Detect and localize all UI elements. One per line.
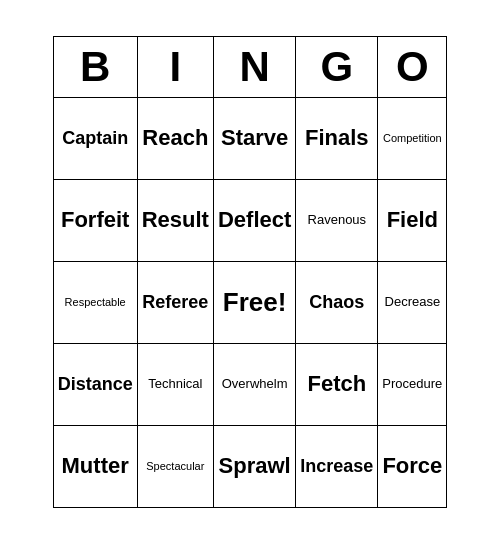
cell-text: Decrease (385, 294, 441, 309)
bingo-cell: Chaos (296, 262, 378, 344)
table-row: DistanceTechnicalOverwhelmFetchProcedure (53, 344, 447, 426)
bingo-cell: Result (137, 180, 213, 262)
table-row: CaptainReachStarveFinalsCompetition (53, 98, 447, 180)
bingo-cell: Technical (137, 344, 213, 426)
cell-text: Sprawl (219, 453, 291, 478)
bingo-cell: Competition (378, 98, 447, 180)
cell-text: Mutter (62, 453, 129, 478)
header-letter-g: G (296, 37, 378, 98)
cell-text: Overwhelm (222, 376, 288, 391)
bingo-cell: Field (378, 180, 447, 262)
bingo-cell: Force (378, 426, 447, 508)
bingo-cell: Procedure (378, 344, 447, 426)
cell-text: Procedure (382, 376, 442, 391)
cell-text: Finals (305, 125, 369, 150)
bingo-cell: Mutter (53, 426, 137, 508)
cell-text: Chaos (309, 292, 364, 312)
cell-text: Free! (223, 287, 287, 317)
bingo-cell: Overwhelm (213, 344, 295, 426)
bingo-cell: Decrease (378, 262, 447, 344)
bingo-cell: Referee (137, 262, 213, 344)
cell-text: Respectable (65, 296, 126, 308)
bingo-table: BINGO CaptainReachStarveFinalsCompetitio… (53, 36, 448, 508)
cell-text: Field (387, 207, 438, 232)
cell-text: Increase (300, 456, 373, 476)
cell-text: Distance (58, 374, 133, 394)
cell-text: Result (142, 207, 209, 232)
cell-text: Captain (62, 128, 128, 148)
bingo-cell: Reach (137, 98, 213, 180)
cell-text: Referee (142, 292, 208, 312)
bingo-cell: Sprawl (213, 426, 295, 508)
cell-text: Fetch (307, 371, 366, 396)
cell-text: Competition (383, 132, 442, 144)
bingo-cell: Free! (213, 262, 295, 344)
bingo-cell: Captain (53, 98, 137, 180)
cell-text: Deflect (218, 207, 291, 232)
cell-text: Ravenous (308, 212, 367, 227)
bingo-cell: Increase (296, 426, 378, 508)
header-letter-n: N (213, 37, 295, 98)
header-letter-b: B (53, 37, 137, 98)
cell-text: Starve (221, 125, 288, 150)
table-row: MutterSpectacularSprawlIncreaseForce (53, 426, 447, 508)
header-letter-i: I (137, 37, 213, 98)
cell-text: Force (382, 453, 442, 478)
cell-text: Reach (142, 125, 208, 150)
header-row: BINGO (53, 37, 447, 98)
bingo-cell: Spectacular (137, 426, 213, 508)
bingo-cell: Starve (213, 98, 295, 180)
bingo-cell: Respectable (53, 262, 137, 344)
header-letter-o: O (378, 37, 447, 98)
bingo-cell: Deflect (213, 180, 295, 262)
bingo-cell: Fetch (296, 344, 378, 426)
bingo-cell: Ravenous (296, 180, 378, 262)
cell-text: Technical (148, 376, 202, 391)
table-row: RespectableRefereeFree!ChaosDecrease (53, 262, 447, 344)
bingo-cell: Distance (53, 344, 137, 426)
bingo-cell: Finals (296, 98, 378, 180)
table-row: ForfeitResultDeflectRavenousField (53, 180, 447, 262)
cell-text: Forfeit (61, 207, 129, 232)
bingo-cell: Forfeit (53, 180, 137, 262)
cell-text: Spectacular (146, 460, 204, 472)
